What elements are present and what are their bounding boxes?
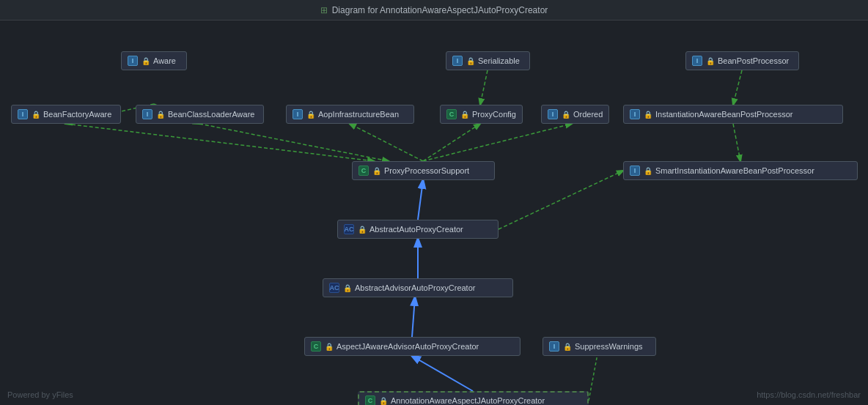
node-badge: I <box>548 109 558 119</box>
node-label: ProxyProcessorSupport <box>384 166 469 175</box>
node-badge: I <box>293 109 303 119</box>
svg-line-2 <box>480 70 488 105</box>
lock-icon: 🔒 <box>325 343 334 351</box>
node-label: AbstractAdvisorAutoProxyCreator <box>355 283 475 292</box>
lock-icon: 🔒 <box>141 57 150 65</box>
node-badge: C <box>446 109 457 119</box>
svg-line-14 <box>412 356 473 391</box>
node-label: AopInfrastructureBean <box>318 110 399 119</box>
node-proxyconfig[interactable]: C🔒ProxyConfig <box>440 105 523 124</box>
node-label: Ordered <box>573 110 603 119</box>
node-badge: AC <box>344 224 354 234</box>
node-aopinfrastructurebean[interactable]: I🔒AopInfrastructureBean <box>286 105 414 124</box>
node-aspectjawareadvisorautoproxycreator[interactable]: C🔒AspectJAwareAdvisorAutoProxyCreator <box>304 337 521 356</box>
node-label: Aware <box>153 56 176 65</box>
node-badge: I <box>128 56 138 66</box>
node-serializable[interactable]: I🔒Serializable <box>446 51 530 70</box>
node-label: Serializable <box>478 56 520 65</box>
node-ordered[interactable]: I🔒Ordered <box>541 105 609 124</box>
node-abstractautoproxycreator[interactable]: AC🔒AbstractAutoProxyCreator <box>337 220 499 239</box>
node-badge: I <box>692 56 702 66</box>
node-label: AnnotationAwareAspectJAutoProxyCreator <box>391 396 545 405</box>
diagram-icon: ⊞ <box>320 5 328 15</box>
node-badge: I <box>549 341 559 352</box>
node-label: SmartInstantiationAwareBeanPostProcessor <box>655 166 814 175</box>
lock-icon: 🔒 <box>372 167 381 175</box>
lock-icon: 🔒 <box>306 111 315 119</box>
lock-icon: 🔒 <box>460 111 469 119</box>
node-badge: I <box>630 109 640 119</box>
node-annotationawareaspectjautoproxycreator[interactable]: C🔒AnnotationAwareAspectJAutoProxyCreator <box>358 391 589 405</box>
svg-line-10 <box>418 180 423 220</box>
lock-icon: 🔒 <box>358 226 367 234</box>
node-suppresswarnings[interactable]: I🔒SuppressWarnings <box>542 337 656 356</box>
node-badge: C <box>311 341 321 352</box>
node-label: BeanClassLoaderAware <box>168 110 254 119</box>
svg-line-4 <box>733 124 740 161</box>
svg-line-9 <box>199 124 389 161</box>
lock-icon: 🔒 <box>644 167 652 175</box>
svg-line-3 <box>733 70 742 105</box>
node-proxyprocessorsupport[interactable]: C🔒ProxyProcessorSupport <box>352 161 495 180</box>
node-smartinstantiationawarebeanpostprocessor[interactable]: I🔒SmartInstantiationAwareBeanPostProcess… <box>623 161 858 180</box>
lock-icon: 🔒 <box>466 57 475 65</box>
node-badge: I <box>142 109 152 119</box>
node-badge: I <box>630 166 640 176</box>
diagram-title: Diagram for AnnotationAwareAspectJAutoPr… <box>332 5 548 15</box>
lock-icon: 🔒 <box>562 111 570 119</box>
node-label: InstantiationAwareBeanPostProcessor <box>655 110 793 119</box>
lock-icon: 🔒 <box>343 284 352 292</box>
svg-line-6 <box>423 124 480 161</box>
node-badge: I <box>452 56 463 66</box>
svg-line-13 <box>412 297 415 337</box>
node-badge: C <box>358 166 369 176</box>
svg-line-7 <box>423 124 572 161</box>
node-label: ProxyConfig <box>472 110 516 119</box>
lock-icon: 🔒 <box>32 111 40 119</box>
node-badge: C <box>365 395 375 405</box>
svg-line-5 <box>350 124 423 161</box>
powered-by: Powered by yFiles <box>7 390 73 399</box>
node-aware[interactable]: I🔒Aware <box>121 51 187 70</box>
lock-icon: 🔒 <box>706 57 715 65</box>
lock-icon: 🔒 <box>644 111 652 119</box>
node-label: AbstractAutoProxyCreator <box>369 225 463 234</box>
website: https://blog.csdn.net/freshbar <box>757 390 861 399</box>
node-abstractadvisorautoproxycreator[interactable]: AC🔒AbstractAdvisorAutoProxyCreator <box>323 278 513 297</box>
node-beanfactoryaware[interactable]: I🔒BeanFactoryAware <box>11 105 121 124</box>
lock-icon: 🔒 <box>379 397 388 405</box>
node-label: SuppressWarnings <box>575 342 643 351</box>
node-badge: AC <box>329 283 339 293</box>
node-instantiationawarebeanpostprocessor[interactable]: I🔒InstantiationAwareBeanPostProcessor <box>623 105 843 124</box>
node-label: BeanFactoryAware <box>43 110 111 119</box>
node-beanpostprocessor[interactable]: I🔒BeanPostProcessor <box>685 51 799 70</box>
lock-icon: 🔒 <box>156 111 165 119</box>
svg-line-8 <box>66 124 374 161</box>
node-badge: I <box>18 109 28 119</box>
title-bar: ⊞ Diagram for AnnotationAwareAspectJAuto… <box>0 0 868 21</box>
diagram-area: I🔒AwareI🔒SerializableI🔒BeanPostProcessor… <box>0 21 868 405</box>
lock-icon: 🔒 <box>563 343 572 351</box>
node-label: BeanPostProcessor <box>718 56 789 65</box>
node-beanclassloaderaware[interactable]: I🔒BeanClassLoaderAware <box>136 105 264 124</box>
svg-line-11 <box>499 171 623 229</box>
node-label: AspectJAwareAdvisorAutoProxyCreator <box>336 342 479 351</box>
